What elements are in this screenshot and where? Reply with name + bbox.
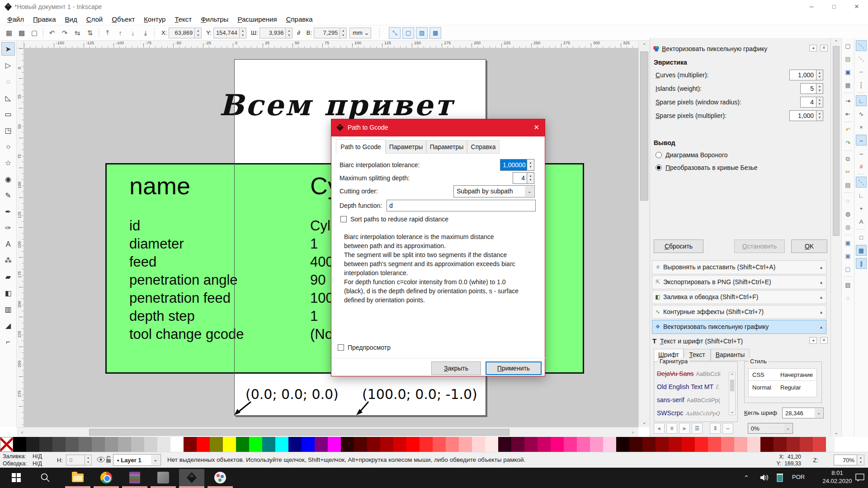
chevron-down-icon[interactable]: ⌄ bbox=[784, 424, 792, 433]
depth-function-input[interactable]: d bbox=[387, 200, 536, 211]
select-all-icon[interactable]: ▦ bbox=[4, 28, 14, 38]
output-radio-1[interactable] bbox=[656, 152, 662, 158]
palette-swatch[interactable] bbox=[380, 437, 393, 452]
snap-bbox-edges-toggle[interactable]: ┄ bbox=[856, 66, 867, 77]
palette-swatch[interactable] bbox=[629, 437, 642, 452]
palette-swatch[interactable] bbox=[328, 437, 341, 452]
palette-swatch[interactable] bbox=[275, 437, 288, 452]
clock-date[interactable]: 24.02.2020 bbox=[819, 478, 855, 484]
align-left-icon[interactable]: ⫷ bbox=[654, 423, 665, 434]
palette-swatch[interactable] bbox=[642, 437, 656, 452]
palette-swatch[interactable] bbox=[118, 437, 131, 452]
scroll-left-icon[interactable]: ‹ bbox=[19, 429, 25, 435]
taskbar-screenshot-app[interactable] bbox=[151, 469, 176, 486]
dialog-apply-button[interactable]: Применить bbox=[486, 361, 542, 375]
spray-tool[interactable]: ⁂ bbox=[1, 253, 15, 267]
dock-scroll-thumb[interactable] bbox=[833, 46, 840, 236]
palette-swatch[interactable] bbox=[223, 437, 236, 452]
font-list-item[interactable]: sans-serifAaBbCcIiPp( bbox=[657, 394, 725, 407]
find-icon[interactable]: ◌ bbox=[843, 292, 854, 303]
zoom-tool[interactable]: ◌ bbox=[1, 75, 15, 88]
menu-item-6[interactable]: Контур bbox=[139, 14, 170, 24]
font-size-combo[interactable]: 28,346 ⌄ bbox=[782, 408, 824, 418]
minimize-button[interactable]: ─ bbox=[800, 0, 823, 14]
x-coord-spinner[interactable]: ▲▼ bbox=[195, 28, 202, 38]
snap-intersections-toggle[interactable]: × bbox=[856, 122, 867, 132]
lower-to-bottom-icon[interactable]: ⤓ bbox=[140, 28, 151, 38]
accordion-path-effects[interactable]: ∿Контурные эффекты (Shift+Ctrl+7)▴ bbox=[652, 305, 826, 319]
canvas-horizontal-scrollbar[interactable]: ‹ › bbox=[17, 427, 638, 437]
palette-swatch[interactable] bbox=[288, 437, 302, 452]
y-coord-spinner[interactable]: ▲▼ bbox=[240, 28, 246, 38]
palette-swatch[interactable] bbox=[511, 437, 524, 452]
palette-swatch[interactable] bbox=[92, 437, 105, 452]
ellipse-tool[interactable]: ○ bbox=[1, 140, 15, 153]
palette-swatch[interactable] bbox=[144, 437, 157, 452]
palette-swatch[interactable] bbox=[485, 437, 498, 452]
trace-field-spinner[interactable]: ▲▼ bbox=[816, 70, 823, 80]
style-row-css[interactable]: Normal bbox=[752, 382, 771, 391]
taskbar-inkscape[interactable] bbox=[179, 469, 204, 486]
ok-button[interactable]: OK bbox=[791, 239, 827, 253]
height-field-spinner[interactable]: ▲▼ bbox=[340, 28, 347, 38]
dialog-tab-2[interactable]: Параметры bbox=[386, 140, 426, 154]
taskbar-chrome[interactable] bbox=[94, 469, 119, 486]
lock-ratio-icon[interactable]: ∂ bbox=[297, 29, 300, 36]
palette-swatch[interactable] bbox=[66, 437, 79, 452]
palette-swatch[interactable] bbox=[420, 437, 433, 452]
close-button[interactable]: ✕ bbox=[845, 0, 868, 14]
calligraphy-tool[interactable]: ✑ bbox=[1, 221, 15, 235]
trace-field-input[interactable]: 5 bbox=[800, 83, 816, 94]
font-scroll-thumb[interactable] bbox=[730, 380, 734, 391]
lower-icon[interactable]: ↓ bbox=[127, 28, 138, 38]
copy-icon[interactable]: ⧉ bbox=[843, 153, 854, 164]
taskbar-explorer[interactable] bbox=[65, 469, 90, 486]
font-style-table[interactable]: CSS Начертание Normal Regular bbox=[748, 368, 817, 397]
palette-swatch[interactable] bbox=[459, 437, 472, 452]
connector-tool[interactable]: ⌐ bbox=[1, 335, 15, 348]
align-center-icon[interactable]: ≡ bbox=[666, 423, 677, 434]
deselect-icon[interactable]: ▢ bbox=[29, 28, 40, 38]
vertical-ruler[interactable]: 0255075100125150175200225250275 bbox=[17, 48, 24, 427]
accordion-align[interactable]: ≡Выровнять и расставить (Shift+Ctrl+A)▴ bbox=[652, 260, 826, 274]
scroll-right-icon[interactable]: › bbox=[630, 429, 636, 435]
palette-swatch[interactable] bbox=[79, 437, 92, 452]
palette-swatch[interactable] bbox=[13, 437, 26, 452]
rectangle-tool[interactable]: ▭ bbox=[1, 107, 15, 121]
canvas-vertical-scrollbar[interactable]: ⌃ ⌄ bbox=[638, 41, 650, 427]
duplicate-icon[interactable]: ▣ bbox=[843, 237, 854, 248]
font-list-scrollbar[interactable]: ⌃ ⌄ bbox=[729, 372, 736, 415]
palette-swatch[interactable] bbox=[708, 437, 721, 452]
palette-swatch[interactable] bbox=[734, 437, 747, 452]
palette-swatch[interactable] bbox=[695, 437, 708, 452]
spiral-tool[interactable]: ◉ bbox=[1, 172, 15, 186]
panel-zoom-combo[interactable]: 0% ⌄ bbox=[748, 423, 793, 434]
snap-cusp-nodes-toggle[interactable]: ⌣ bbox=[856, 135, 867, 145]
snap-bbox-toggle[interactable]: ⋱ bbox=[856, 53, 867, 64]
select-all-layers-icon[interactable]: ▩ bbox=[16, 28, 27, 38]
trace-field-spinner[interactable]: ▲▼ bbox=[816, 110, 823, 121]
palette-swatch[interactable] bbox=[721, 437, 734, 452]
star-tool[interactable]: ☆ bbox=[1, 156, 15, 169]
rotate-ccw-icon[interactable]: ↶ bbox=[47, 28, 57, 38]
line-spacing-icon[interactable]: ⇕ bbox=[710, 423, 721, 434]
fill-value[interactable]: Н/Д bbox=[33, 453, 42, 460]
dock-scroll-up-icon[interactable]: ⌃ bbox=[831, 39, 841, 45]
chevron-down-icon[interactable]: ⌄ bbox=[525, 186, 534, 197]
palette-swatch[interactable] bbox=[498, 437, 511, 452]
menu-item-9[interactable]: Расширения bbox=[233, 14, 281, 24]
accordion-trace[interactable]: ❖Векторизовать пиксельную графику▴ bbox=[652, 320, 826, 334]
snap-nodes-toggle[interactable]: ∟ bbox=[856, 95, 867, 106]
menu-item-8[interactable]: Фильтры bbox=[196, 14, 233, 24]
dialog-close-button[interactable]: Закрыть bbox=[431, 361, 481, 375]
dialog-tab-3[interactable]: Параметры bbox=[426, 140, 467, 154]
selector-tool[interactable]: ➤ bbox=[1, 42, 15, 56]
measure-tool[interactable]: ◺ bbox=[1, 91, 15, 104]
start-button[interactable] bbox=[4, 469, 29, 486]
chevron-down-icon[interactable]: ⌄ bbox=[151, 455, 160, 465]
affect-gradient-toggle[interactable]: ▨ bbox=[416, 27, 428, 39]
dialog-tab-4[interactable]: Справка bbox=[467, 140, 500, 154]
snap-page-border-toggle[interactable]: □ bbox=[856, 232, 867, 243]
palette-swatch[interactable] bbox=[524, 437, 538, 452]
width-field-input[interactable]: 3,936 bbox=[259, 28, 286, 38]
